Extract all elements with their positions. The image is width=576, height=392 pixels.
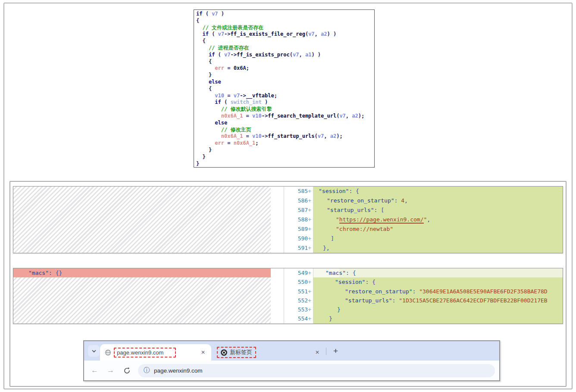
code-token — [196, 113, 221, 119]
code-token: 0x6A — [234, 65, 246, 71]
diff-line-number-gutter: 549+550+551+552+553+554+ — [284, 268, 313, 324]
diff-left-pane-empty — [13, 187, 271, 253]
code-token: = — [243, 113, 252, 119]
diff-pane-divider — [271, 187, 284, 253]
diff-plus-marker: + — [308, 245, 311, 251]
code-token: : — [392, 297, 399, 304]
code-line: } — [196, 161, 372, 168]
diff-line-number: 585+ — [284, 187, 311, 196]
diff-plus-marker: + — [308, 288, 311, 295]
code-token: : — [49, 270, 56, 276]
code-token: : — [365, 279, 372, 285]
diff-line-number: 586+ — [284, 196, 311, 205]
code-line: { — [196, 38, 372, 45]
code-token: // 文件或注册表是否存在 — [196, 25, 263, 31]
code-token — [196, 140, 215, 146]
new-tab-button[interactable]: + — [330, 345, 341, 357]
code-token: -> — [262, 113, 268, 119]
diff-added-line: "chrome://newtab" — [313, 224, 563, 234]
diff-added-line: "macs": { — [313, 268, 563, 277]
code-token: v7 — [318, 133, 324, 139]
code-line: if ( switch_int ) — [196, 99, 372, 106]
code-token: -> — [224, 31, 230, 37]
code-token: a2 — [330, 133, 336, 139]
code-token: v10 — [252, 113, 262, 119]
code-token: -> — [231, 52, 237, 58]
code-token: : — [349, 188, 356, 194]
tab2-close-button[interactable]: ✕ — [315, 350, 319, 355]
code-token — [196, 31, 202, 37]
address-bar[interactable]: ⓘ page.wenxin9.com — [138, 364, 495, 377]
code-token — [196, 99, 215, 105]
tab-search-chevron-button[interactable] — [88, 345, 100, 357]
back-button[interactable]: ← — [91, 366, 98, 375]
code-token: "session" — [319, 188, 349, 194]
code-token: "restore_on_startup" — [345, 288, 413, 295]
diff-line-number: 590+ — [284, 234, 311, 243]
diff-left-hatch — [13, 277, 271, 324]
diff-line-number: 549+ — [284, 268, 311, 277]
code-token: : — [413, 288, 419, 295]
code-token: = — [224, 65, 234, 71]
code-token: a2 — [321, 31, 327, 37]
code-token: , — [404, 197, 408, 204]
decompiled-code: if ( v7 ){ // 文件或注册表是否存在 if ( v7->ff_is_… — [194, 10, 374, 168]
code-token: ( — [221, 99, 231, 105]
code-token: { — [196, 38, 206, 44]
code-token: -> — [262, 133, 268, 139]
code-token — [196, 65, 215, 71]
code-token: ff_search_template_url — [268, 113, 336, 119]
diff-line-number: 589+ — [284, 224, 311, 234]
code-line: // 文件或注册表是否存在 — [196, 25, 372, 31]
tab-new-tab-page[interactable]: 新标签页 ✕ — [213, 344, 325, 361]
code-token: "macs" — [326, 270, 346, 276]
code-line: { — [196, 59, 372, 65]
code-token: if — [215, 99, 221, 105]
diff-line-number: 553+ — [284, 305, 311, 314]
code-token: ; — [255, 140, 258, 146]
diff-added-line: ] — [313, 234, 563, 243]
code-token: a2 — [352, 113, 358, 119]
code-token: { — [196, 86, 212, 92]
tab1-close-button[interactable]: ✕ — [201, 350, 205, 355]
diff-panel-session: 585+586+587+588+589+590+591+ "session": … — [13, 186, 563, 253]
forward-button[interactable]: → — [107, 366, 114, 375]
chrome-logo-icon — [221, 349, 227, 356]
browser-screenshot: page.wenxin9.com ✕ 新标签页 ✕ + ← → — [83, 340, 500, 381]
code-line: if ( v7->ff_is_exists_proc(v7, a1) ) — [196, 52, 372, 59]
globe-icon — [105, 349, 111, 356]
diff-line-number: 550+ — [284, 277, 311, 286]
page-info-icon[interactable]: ⓘ — [144, 367, 150, 374]
code-line: err = n0x6A_1; — [196, 140, 372, 147]
diff-added-line: }, — [313, 243, 563, 253]
code-token: err — [215, 65, 224, 71]
tab-page-wenxin9[interactable]: page.wenxin9.com ✕ — [100, 344, 211, 361]
code-token: v7 — [234, 93, 240, 99]
code-token — [196, 79, 209, 85]
screenshot-canvas: if ( v7 ){ // 文件或注册表是否存在 if ( v7->ff_is_… — [0, 0, 576, 392]
browser-tab-strip: page.wenxin9.com ✕ 新标签页 ✕ + — [84, 341, 499, 361]
code-token: = — [224, 140, 234, 146]
code-token: , — [346, 113, 352, 119]
diff-plus-marker: + — [308, 306, 311, 313]
code-token: } — [323, 245, 326, 251]
code-token: , — [326, 245, 330, 251]
code-token: = — [243, 133, 252, 139]
code-token: ff_startup_urls — [268, 133, 314, 139]
code-line: n0x6A_1 = v10->ff_startup_urls(v7, a2); — [196, 133, 372, 140]
diff-added-line: "session": { — [313, 277, 563, 286]
diff-plus-marker: + — [308, 270, 311, 276]
code-token: ) ) — [327, 31, 336, 37]
reload-button[interactable] — [123, 367, 131, 374]
code-token: , — [324, 133, 330, 139]
chevron-down-icon — [91, 348, 97, 354]
diff-plus-marker: + — [308, 279, 311, 285]
code-line: else — [196, 79, 372, 86]
code-token: { — [196, 59, 212, 65]
code-token: : — [346, 270, 353, 276]
code-token: } — [337, 306, 341, 313]
code-token: ) — [262, 99, 268, 105]
code-token — [196, 120, 215, 126]
code-line: else — [196, 120, 372, 127]
code-token — [196, 52, 209, 58]
